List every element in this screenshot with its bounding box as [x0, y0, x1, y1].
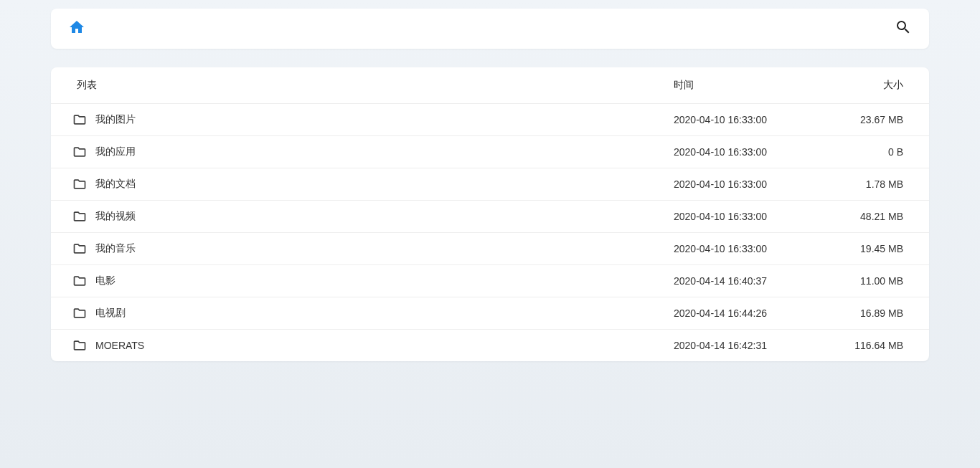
item-name-cell: 我的文档: [72, 177, 674, 191]
item-size: 16.89 MB: [831, 307, 918, 319]
folder-icon: [72, 338, 87, 353]
item-time: 2020-04-10 16:33:00: [674, 243, 831, 254]
item-size: 11.00 MB: [831, 275, 918, 287]
item-name-cell: 我的应用: [72, 145, 674, 159]
item-name: 我的应用: [95, 145, 136, 158]
search-icon: [895, 19, 912, 39]
item-time: 2020-04-14 16:44:26: [674, 307, 831, 319]
home-button[interactable]: [68, 19, 85, 39]
item-size: 116.64 MB: [831, 340, 918, 351]
search-button[interactable]: [895, 19, 912, 39]
item-name: 我的文档: [95, 178, 136, 191]
folder-icon: [72, 113, 87, 127]
file-list-card: 列表 时间 大小 我的图片2020-04-10 16:33:0023.67 MB…: [51, 67, 929, 361]
item-name-cell: 电影: [72, 274, 674, 288]
item-size: 0 B: [831, 146, 918, 158]
item-size: 19.45 MB: [831, 243, 918, 254]
item-name-cell: 我的视频: [72, 209, 674, 224]
item-time: 2020-04-10 16:33:00: [674, 114, 831, 125]
list-item[interactable]: 电影2020-04-14 16:40:3711.00 MB: [51, 264, 929, 297]
list-item[interactable]: MOERATS2020-04-14 16:42:31116.64 MB: [51, 329, 929, 361]
item-time: 2020-04-14 16:40:37: [674, 275, 831, 287]
item-name-cell: 我的音乐: [72, 242, 674, 256]
item-time: 2020-04-14 16:42:31: [674, 340, 831, 351]
item-name: 电影: [95, 274, 116, 287]
list-header: 列表 时间 大小: [51, 67, 929, 103]
folder-icon: [72, 274, 87, 288]
item-size: 48.21 MB: [831, 211, 918, 222]
item-name-cell: 电视剧: [72, 306, 674, 320]
item-size: 23.67 MB: [831, 114, 918, 125]
list-item[interactable]: 电视剧2020-04-14 16:44:2616.89 MB: [51, 297, 929, 329]
item-time: 2020-04-10 16:33:00: [674, 146, 831, 158]
header-time: 时间: [674, 79, 831, 92]
folder-icon: [72, 145, 87, 159]
item-name-cell: MOERATS: [72, 338, 674, 353]
item-name-cell: 我的图片: [72, 113, 674, 127]
list-item[interactable]: 我的音乐2020-04-10 16:33:0019.45 MB: [51, 232, 929, 264]
header-size: 大小: [831, 79, 918, 92]
item-size: 1.78 MB: [831, 178, 918, 190]
item-name: MOERATS: [95, 340, 144, 351]
folder-icon: [72, 306, 87, 320]
folder-icon: [72, 177, 87, 191]
list-item[interactable]: 我的图片2020-04-10 16:33:0023.67 MB: [51, 103, 929, 135]
item-name: 我的图片: [95, 113, 136, 126]
item-time: 2020-04-10 16:33:00: [674, 211, 831, 222]
item-time: 2020-04-10 16:33:00: [674, 178, 831, 190]
folder-icon: [72, 209, 87, 224]
folder-icon: [72, 242, 87, 256]
list-item[interactable]: 我的视频2020-04-10 16:33:0048.21 MB: [51, 200, 929, 232]
item-name: 我的视频: [95, 210, 136, 223]
item-name: 电视剧: [95, 307, 126, 320]
header-name: 列表: [77, 79, 674, 92]
toolbar: [51, 9, 929, 49]
list-item[interactable]: 我的文档2020-04-10 16:33:001.78 MB: [51, 168, 929, 200]
item-name: 我的音乐: [95, 242, 136, 255]
home-icon: [68, 19, 85, 39]
list-item[interactable]: 我的应用2020-04-10 16:33:000 B: [51, 135, 929, 168]
